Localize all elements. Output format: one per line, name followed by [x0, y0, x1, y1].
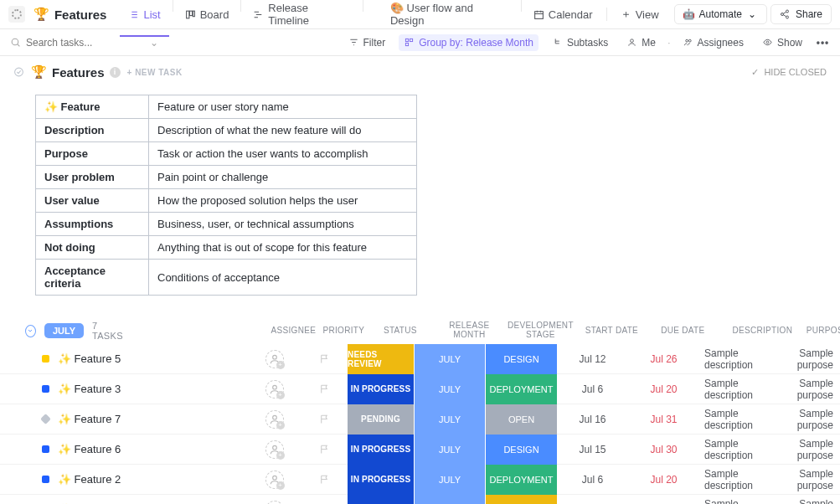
person-icon [626, 37, 637, 48]
tab-calendar[interactable]: Calendar [525, 0, 601, 30]
priority-flag[interactable] [301, 444, 348, 455]
me-button[interactable]: Me [621, 34, 661, 51]
start-date[interactable]: Jul 6 [557, 474, 628, 486]
release-month-badge[interactable]: JULY [415, 374, 486, 404]
col-priority[interactable]: PRIORITY [321, 326, 367, 335]
dev-stage-badge[interactable]: DEPLOYMENT [486, 465, 557, 495]
task-row[interactable]: ✨ Feature 5+NEEDS REVIEWJULYDESIGNJul 12… [0, 344, 840, 374]
subtasks-button[interactable]: Subtasks [547, 34, 613, 51]
dev-stage-badge[interactable]: DESIGN [486, 435, 557, 465]
release-month-badge[interactable]: JULY [415, 404, 486, 435]
row-purpose[interactable]: Sample purpose [787, 378, 840, 401]
check-icon: ✓ [750, 67, 760, 78]
due-date[interactable]: Jul 26 [628, 353, 699, 365]
col-status[interactable]: STATUS [367, 326, 434, 335]
release-month-badge[interactable]: JULY [415, 344, 486, 374]
status-badge[interactable]: IN PROGRESS [348, 435, 415, 465]
group-by-button[interactable]: Group by: Release Month [399, 34, 539, 51]
status-square[interactable] [42, 445, 49, 453]
status-badge[interactable]: IN PROGRESS [348, 374, 415, 404]
group-name[interactable]: JULY [44, 323, 84, 338]
col-dev-stage[interactable]: DEVELOPMENT STAGE [505, 321, 576, 339]
criteria-value: Business, user, or technical assumptions [149, 213, 417, 236]
row-description[interactable]: Sample description [699, 468, 787, 491]
dev-stage-badge[interactable]: TESTING [486, 495, 557, 505]
assignee-add[interactable]: + [265, 350, 284, 368]
task-row[interactable]: ✨ Feature 2+IN PROGRESSJULYDEPLOYMENTJul… [0, 465, 840, 495]
status-badge[interactable]: PENDING [348, 404, 415, 435]
start-date[interactable]: Jul 12 [557, 353, 628, 365]
row-description[interactable]: Sample description [699, 408, 787, 431]
due-date[interactable]: Jul 30 [628, 444, 699, 455]
status-square[interactable] [42, 385, 49, 393]
status-square[interactable] [40, 414, 51, 424]
status-badge[interactable]: IN PROGRESS [348, 495, 415, 505]
release-month-badge[interactable]: JULY [415, 495, 486, 505]
tab-list[interactable]: List [120, 0, 168, 30]
assignee-add[interactable]: + [265, 410, 284, 429]
workspace-icon[interactable] [8, 6, 25, 23]
priority-flag[interactable] [301, 383, 348, 394]
assignees-button[interactable]: Assignees [678, 34, 749, 51]
col-assignee[interactable]: ASSIGNEE [266, 326, 321, 335]
status-badge[interactable]: NEEDS REVIEW [348, 344, 415, 374]
assignee-add[interactable]: + [265, 501, 284, 505]
status-square[interactable] [42, 476, 49, 483]
task-row[interactable]: ✨ Feature 4+IN PROGRESSJULYTESTINGJul 12… [0, 495, 840, 504]
row-purpose[interactable]: Sample purpose [787, 347, 840, 371]
tab--user-flow-and-design[interactable]: 🎨 User flow and Design [367, 0, 518, 30]
start-date[interactable]: Jul 6 [557, 383, 628, 395]
col-purpose[interactable]: PURPOSE [807, 326, 840, 335]
timeline-icon [253, 9, 264, 20]
new-task-button[interactable]: + NEW TASK [127, 68, 183, 77]
priority-flag[interactable] [301, 474, 348, 485]
due-date[interactable]: Jul 20 [628, 474, 699, 486]
task-row[interactable]: ✨ Feature 6+IN PROGRESSJULYDESIGNJul 15J… [0, 435, 840, 465]
due-date[interactable]: Jul 20 [628, 383, 699, 395]
more-button[interactable]: ••• [816, 34, 830, 50]
group-collapse-icon[interactable] [25, 325, 36, 337]
row-description[interactable]: Sample description [699, 498, 787, 505]
col-release-month[interactable]: RELEASE MONTH [434, 321, 505, 339]
chevron-down-icon[interactable]: ⌄ [148, 37, 159, 48]
task-row[interactable]: ✨ Feature 3+IN PROGRESSJULYDEPLOYMENTJul… [0, 374, 840, 404]
add-view-button[interactable]: ＋View [612, 5, 667, 24]
row-purpose[interactable]: Sample purpose [787, 408, 840, 431]
assignee-add[interactable]: + [265, 380, 284, 399]
automate-button[interactable]: 🤖 Automate ⌄ [674, 4, 767, 24]
tab-release-timeline[interactable]: Release Timeline [245, 0, 359, 30]
col-description[interactable]: DESCRIPTION [719, 326, 807, 335]
col-start-date[interactable]: START DATE [576, 326, 647, 335]
svg-rect-2 [193, 11, 194, 17]
start-date[interactable]: Jul 16 [557, 414, 628, 425]
assignee-add[interactable]: + [265, 440, 284, 459]
col-due-date[interactable]: DUE DATE [647, 326, 719, 335]
due-date[interactable]: Jul 31 [628, 414, 699, 425]
status-square[interactable] [42, 355, 49, 363]
task-row[interactable]: ✨ Feature 7+PENDINGJULYOPENJul 16Jul 31S… [0, 404, 840, 435]
status-badge[interactable]: IN PROGRESS [348, 465, 415, 495]
share-button[interactable]: Share [770, 4, 832, 24]
row-description[interactable]: Sample description [699, 378, 787, 401]
row-description[interactable]: Sample description [699, 347, 787, 371]
show-button[interactable]: Show [757, 34, 807, 51]
assignee-add[interactable]: + [265, 471, 284, 489]
row-purpose[interactable]: Sample purpose [787, 438, 840, 461]
tab-board[interactable]: Board [177, 0, 238, 30]
search-input[interactable] [26, 37, 143, 49]
start-date[interactable]: Jul 15 [557, 444, 628, 455]
row-purpose[interactable]: Sample purpose [787, 498, 840, 505]
row-description[interactable]: Sample description [699, 438, 787, 461]
priority-flag[interactable] [301, 353, 348, 364]
collapse-icon[interactable] [13, 67, 24, 78]
row-purpose[interactable]: Sample purpose [787, 468, 840, 491]
release-month-badge[interactable]: JULY [415, 465, 486, 495]
dev-stage-badge[interactable]: OPEN [486, 404, 557, 435]
hide-closed-button[interactable]: ✓HIDE CLOSED [750, 67, 827, 78]
filter-button[interactable]: Filter [343, 34, 391, 51]
release-month-badge[interactable]: JULY [415, 435, 486, 465]
info-icon[interactable]: i [110, 67, 121, 78]
priority-flag[interactable] [301, 414, 348, 424]
dev-stage-badge[interactable]: DESIGN [486, 344, 557, 374]
dev-stage-badge[interactable]: DEPLOYMENT [486, 374, 557, 404]
